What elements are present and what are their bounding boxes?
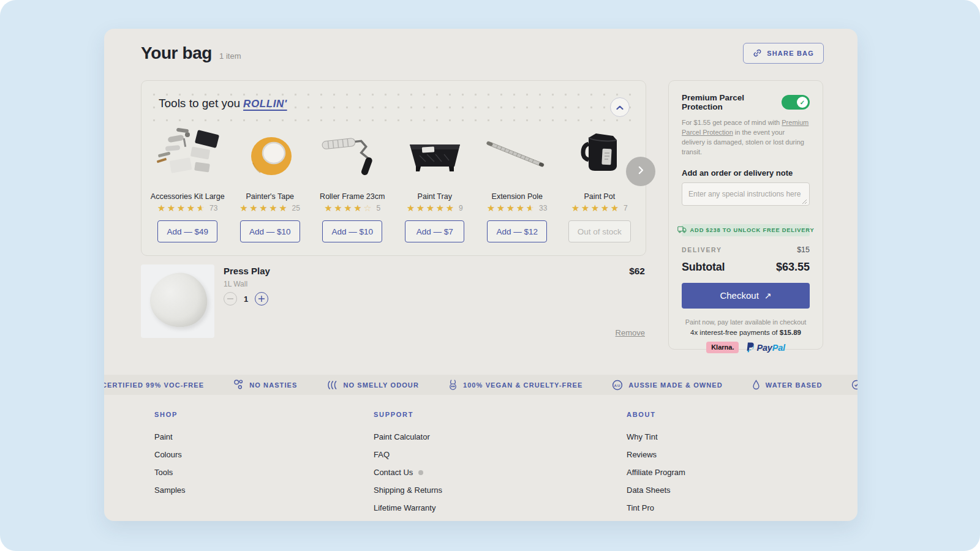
footer-link-faq[interactable]: FAQ xyxy=(374,450,442,459)
footer-link-tint-pro[interactable]: Tint Pro xyxy=(627,503,685,512)
link-icon xyxy=(753,48,762,59)
footer-link-lifetime-warranty[interactable]: Lifetime Warranty xyxy=(374,503,442,512)
footer-link-why-tint[interactable]: Why Tint xyxy=(627,432,685,441)
carousel-title-highlight: ROLLIN' xyxy=(243,98,287,110)
footer-link-reviews[interactable]: Reviews xyxy=(627,450,685,459)
badge-no-odour: NO SMELLY ODOUR xyxy=(326,380,418,390)
paint-swatch xyxy=(146,269,211,332)
brand-badges-strip: CERTIFIED 99% VOC-FREE NO NASTIES NO SME… xyxy=(104,375,858,395)
star-rating: ☆★☆★☆★☆★☆★ xyxy=(571,203,620,213)
product-card: Extension Pole ☆★☆★☆★☆★☆★ 33 Add — $12 xyxy=(476,126,559,242)
footer-link-tools[interactable]: Tools xyxy=(154,468,186,477)
quantity-increase-button[interactable] xyxy=(255,292,268,305)
footer-heading: SUPPORT xyxy=(374,411,442,418)
molecules-icon xyxy=(233,379,244,391)
product-card: Paint Pot ☆★☆★☆★☆★☆★ 7 Out of stock xyxy=(559,126,641,242)
star-rating: ☆★☆★☆★☆★☆★ xyxy=(487,203,535,213)
carousel-next-button[interactable] xyxy=(626,157,655,186)
badge-aussie-made: AU AUSSIE MADE & OWNED xyxy=(612,380,723,391)
installments-note: 4x interest-free payments of $15.89 xyxy=(682,329,810,336)
footer-link-shipping-returns[interactable]: Shipping & Returns xyxy=(374,485,442,495)
quantity-stepper: 1 xyxy=(224,292,268,305)
paypal-logo: PayPal xyxy=(745,342,785,354)
carousel-collapse-button[interactable] xyxy=(610,97,630,117)
footer-heading: ABOUT xyxy=(627,411,685,418)
footer-link-paint-calculator[interactable]: Paint Calculator xyxy=(374,432,442,441)
product-name: Paint Pot xyxy=(584,192,615,201)
badge-vegan: 100% VEGAN & CRUELTY-FREE xyxy=(448,379,582,391)
payment-logos: Klarna. PayPal xyxy=(682,342,810,354)
page-title: Your bag xyxy=(141,43,212,63)
delivery-value: $15 xyxy=(797,246,810,254)
product-card: Paint Tray ☆★☆★☆★☆★☆★ 9 Add — $7 xyxy=(394,126,477,242)
paint-tray-image xyxy=(397,126,473,184)
bag-panel: Your bag 1 item SHARE BAG Tools to get y… xyxy=(104,29,858,521)
star-rating: ☆★☆★☆★☆★☆★ xyxy=(324,203,372,213)
delivery-note-input[interactable] xyxy=(682,182,810,206)
checkout-label: Checkout xyxy=(720,290,758,301)
subtotal-row: Subtotal $63.55 xyxy=(682,261,810,274)
checkout-button[interactable]: Checkout ↗ xyxy=(682,283,810,309)
product-name: Accessories Kit Large xyxy=(151,192,225,201)
parcel-protection-title: Premium Parcel Protection xyxy=(682,93,782,111)
toggle-check-icon: ✓ xyxy=(797,97,808,108)
footer-link-paint[interactable]: Paint xyxy=(154,432,186,441)
product-rating: ☆★☆★☆★☆★☆★ 9 xyxy=(407,203,463,213)
delivery-row: DELIVERY $15 xyxy=(682,246,810,254)
chevron-right-icon xyxy=(638,166,644,177)
footer-column-about: ABOUT Why Tint Reviews Affiliate Program… xyxy=(627,411,685,512)
product-rating: ☆★☆★☆★☆★☆★ 73 xyxy=(157,203,217,213)
remove-item-link[interactable]: Remove xyxy=(616,328,645,337)
star-rating: ☆★☆★☆★☆★☆★ xyxy=(240,203,288,213)
bunny-icon xyxy=(448,379,458,391)
review-count: 5 xyxy=(376,204,380,212)
add-to-bag-button[interactable]: Add — $10 xyxy=(240,220,300,242)
footer-link-data-sheets[interactable]: Data Sheets xyxy=(627,485,685,495)
product-rating: ☆★☆★☆★☆★☆★ 7 xyxy=(571,203,628,213)
product-name: Paint Tray xyxy=(418,192,452,201)
product-name: Roller Frame 23cm xyxy=(320,192,385,201)
footer-link-contact-us[interactable]: Contact Us xyxy=(374,468,442,477)
add-to-bag-button[interactable]: Add — $49 xyxy=(157,220,217,242)
product-rating: ☆★☆★☆★☆★☆★ 5 xyxy=(324,203,380,213)
product-name: Extension Pole xyxy=(492,192,543,201)
pay-later-note: Paint now, pay later available in checko… xyxy=(682,318,810,326)
out-of-stock-button: Out of stock xyxy=(568,220,631,242)
add-to-bag-button[interactable]: Add — $10 xyxy=(322,220,382,242)
review-count: 9 xyxy=(459,204,463,212)
product-card: Accessories Kit Large ☆★☆★☆★☆★☆★ 73 Add … xyxy=(146,126,229,242)
parcel-protection-toggle[interactable]: ✓ xyxy=(782,95,810,110)
footer-column-support: SUPPORT Paint Calculator FAQ Contact Us … xyxy=(374,411,442,512)
badge-voc-free-repeat: CERTIFIED 99% VOC-FREE xyxy=(851,380,858,390)
cart-item-price: $62 xyxy=(629,266,645,277)
product-name: Painter's Tape xyxy=(246,192,294,201)
waves-icon xyxy=(326,380,337,390)
carousel-products: Accessories Kit Large ☆★☆★☆★☆★☆★ 73 Add … xyxy=(141,126,646,242)
order-summary-card: Premium Parcel Protection ✓ For $1.55 ge… xyxy=(668,80,823,350)
free-delivery-label: ADD $238 TO UNLOCK FREE DELIVERY xyxy=(690,227,815,233)
footer-link-colours[interactable]: Colours xyxy=(154,450,186,459)
star-rating: ☆★☆★☆★☆★☆★ xyxy=(407,203,455,213)
svg-text:AU: AU xyxy=(614,383,621,387)
add-to-bag-button[interactable]: Add — $7 xyxy=(405,220,464,242)
badge-voc-free: CERTIFIED 99% VOC-FREE xyxy=(104,380,204,390)
share-bag-button[interactable]: SHARE BAG xyxy=(743,43,824,64)
review-count: 73 xyxy=(209,204,217,212)
check-circle-icon xyxy=(851,380,858,390)
footer-link-affiliate-program[interactable]: Affiliate Program xyxy=(627,468,685,477)
quantity-value: 1 xyxy=(244,294,248,304)
product-card: Painter's Tape ☆★☆★☆★☆★☆★ 25 Add — $10 xyxy=(229,126,312,242)
cart-item-image[interactable] xyxy=(141,264,214,338)
resize-handle-icon[interactable] xyxy=(802,199,807,204)
cart-item-name: Press Play xyxy=(224,266,270,276)
item-count: 1 item xyxy=(219,51,241,61)
quantity-decrease-button[interactable] xyxy=(224,292,237,305)
delivery-label: DELIVERY xyxy=(682,246,722,253)
product-rating: ☆★☆★☆★☆★☆★ 33 xyxy=(487,203,547,213)
droplet-icon xyxy=(752,380,760,390)
review-count: 7 xyxy=(624,204,628,212)
share-bag-label: SHARE BAG xyxy=(767,50,814,57)
add-to-bag-button[interactable]: Add — $12 xyxy=(487,220,547,242)
star-rating: ☆★☆★☆★☆★☆★ xyxy=(157,203,206,213)
footer-link-samples[interactable]: Samples xyxy=(154,485,186,495)
